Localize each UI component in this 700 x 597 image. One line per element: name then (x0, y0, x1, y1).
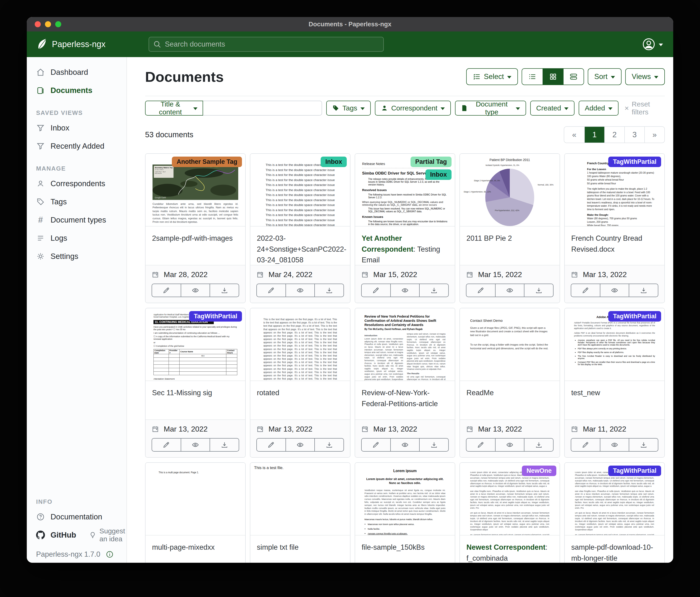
download-document-button[interactable] (315, 438, 344, 451)
tag-badge[interactable]: TagWithPartial (608, 465, 661, 476)
document-title[interactable]: Newest Correspondent: f_combinada (460, 535, 559, 563)
sidebar-item-settings[interactable]: Settings (27, 247, 126, 265)
document-thumbnail[interactable]: Patient BP Distribution 2011Normal, 150,… (460, 154, 559, 226)
sidebar-item-recently-added[interactable]: Recently Added (27, 137, 126, 155)
edit-document-button[interactable] (152, 284, 181, 296)
document-card[interactable]: This is the text that appears on the fir… (250, 308, 350, 458)
document-card[interactable]: This is a multi page document. Page 1.mu… (145, 462, 246, 563)
view-document-button[interactable] (285, 284, 315, 296)
document-title[interactable]: multi-page-mixedxx (146, 535, 245, 563)
edit-document-button[interactable] (257, 284, 285, 296)
view-document-button[interactable] (390, 438, 419, 451)
sidebar-item-logs[interactable]: Logs (27, 229, 126, 247)
document-card[interactable]: TagWithPartialLorem ipsum dolor sit amet… (564, 462, 665, 563)
download-document-button[interactable] (629, 438, 658, 451)
document-card[interactable]: TagWithPartialAdobe Acrobat PDF FilesAdo… (564, 308, 665, 458)
sidebar-item-github[interactable]: GitHub (27, 531, 76, 540)
edit-document-button[interactable] (467, 438, 495, 451)
tag-badge[interactable]: TagWithPartial (189, 311, 242, 321)
document-card[interactable]: NewOneLorem ipsum dolor sit amet, consec… (459, 462, 560, 563)
edit-document-button[interactable] (361, 438, 390, 451)
edit-document-button[interactable] (361, 284, 390, 296)
tag-badge[interactable]: NewOne (522, 465, 556, 476)
document-title[interactable]: file-sample_150kBs (355, 535, 455, 563)
document-card[interactable]: Lorem ipsumLorem ipsum dolor sit amet, c… (355, 462, 455, 563)
document-card[interactable]: Contact Sheet DemoGiven a set of image f… (459, 308, 560, 458)
global-search[interactable] (149, 37, 384, 52)
document-card[interactable]: TagWithPartialFrench Country BreadFor th… (564, 153, 665, 303)
filter-added-button[interactable]: Added (579, 101, 619, 116)
document-thumbnail[interactable]: Review of New York Federal Petitions for… (355, 308, 455, 381)
document-card[interactable]: Partial TagInboxRelease NotesSimba ODBC … (355, 153, 455, 303)
tag-badge[interactable]: Another Sample Tag (172, 157, 242, 167)
document-thumbnail[interactable]: Contact Sheet DemoGiven a set of image f… (460, 308, 559, 381)
tag-badge[interactable]: Inbox (425, 169, 452, 180)
user-menu[interactable] (643, 31, 663, 57)
pagination-page-3[interactable]: 3 (624, 127, 644, 143)
download-document-button[interactable] (315, 284, 344, 296)
document-card[interactable]: Review of New York Federal Petitions for… (355, 308, 455, 458)
edit-document-button[interactable] (571, 284, 600, 296)
edit-document-button[interactable] (152, 438, 181, 451)
document-title[interactable]: rotated (250, 381, 350, 420)
document-title[interactable]: ReadMe (460, 381, 559, 420)
filter-text-input[interactable] (203, 101, 322, 116)
sidebar-item-dashboard[interactable]: Dashboard (27, 63, 126, 81)
sidebar-item-document-types[interactable]: # Document types (27, 211, 126, 229)
tag-badge[interactable]: Partial Tag (410, 157, 452, 167)
document-card[interactable]: Another Sample TagBoundary Waters TripSi… (145, 153, 246, 303)
pagination-prev[interactable]: « (564, 127, 584, 143)
tag-badge[interactable]: Inbox (321, 157, 347, 167)
document-title[interactable]: test_new (565, 381, 665, 420)
download-document-button[interactable] (524, 438, 553, 451)
views-button[interactable]: Views (625, 68, 665, 85)
download-document-button[interactable] (419, 284, 448, 296)
view-details-button[interactable] (563, 69, 583, 85)
pagination-page-2[interactable]: 2 (604, 127, 624, 143)
download-document-button[interactable] (209, 284, 239, 296)
document-card[interactable]: InboxThis is a test for the double space… (250, 153, 350, 303)
download-document-button[interactable] (629, 284, 658, 296)
sidebar-item-inbox[interactable]: Inbox (27, 119, 126, 137)
download-document-button[interactable] (419, 438, 448, 451)
view-document-button[interactable] (285, 438, 315, 451)
select-button[interactable]: Select (466, 68, 518, 85)
document-thumbnail[interactable]: This is a test file. (250, 463, 350, 535)
view-list-button[interactable] (522, 69, 543, 85)
view-grid-button[interactable] (543, 69, 563, 85)
download-document-button[interactable] (524, 284, 553, 296)
reset-filters-button[interactable]: × Reset filters (625, 100, 665, 116)
document-title[interactable]: simple txt file (250, 535, 350, 563)
document-thumbnail[interactable]: This is the text that appears on the fir… (250, 308, 350, 381)
document-title[interactable]: French Country Bread Revised.docx (565, 226, 665, 265)
sidebar-item-documents[interactable]: Documents (27, 81, 126, 99)
view-document-button[interactable] (600, 284, 629, 296)
pagination-page-1[interactable]: 1 (584, 127, 604, 143)
document-card[interactable]: Patient BP Distribution 2011Normal, 150,… (459, 153, 560, 303)
filter-field-button[interactable]: Title & content (145, 101, 203, 116)
document-title[interactable]: 2011 BP Pie 2 (460, 226, 559, 265)
filter-correspondent-button[interactable]: Correspondent (375, 101, 451, 116)
tag-badge[interactable]: TagWithPartial (608, 157, 661, 167)
document-thumbnail[interactable]: This is a multi page document. Page 1. (146, 463, 245, 535)
tag-badge[interactable]: TagWithPartial (608, 311, 661, 321)
view-document-button[interactable] (390, 284, 419, 296)
view-document-button[interactable] (181, 284, 210, 296)
edit-document-button[interactable] (571, 438, 600, 451)
pagination-next[interactable]: » (644, 127, 665, 143)
sidebar-item-tags[interactable]: Tags (27, 193, 126, 211)
document-title[interactable]: Sec 11-Missing sig (146, 381, 245, 420)
document-card[interactable]: TagWithPartialApplication for Medical St… (145, 308, 246, 458)
sidebar-item-documentation[interactable]: Documentation (27, 508, 126, 526)
document-title[interactable]: 2sample-pdf-with-images (146, 226, 245, 265)
filter-document-type-button[interactable]: Document type (455, 101, 526, 116)
view-document-button[interactable] (495, 438, 524, 451)
document-title[interactable]: sample-pdf-download-10-mb-longer-title (565, 535, 665, 563)
document-thumbnail[interactable]: Lorem ipsumLorem ipsum dolor sit amet, c… (355, 463, 455, 535)
view-document-button[interactable] (181, 438, 210, 451)
document-title[interactable]: 2022-03-24+Sonstige+ScanPC2022-03-24_081… (250, 226, 350, 265)
view-document-button[interactable] (495, 284, 524, 296)
search-input[interactable] (165, 40, 379, 49)
download-document-button[interactable] (209, 438, 239, 451)
edit-document-button[interactable] (257, 438, 285, 451)
